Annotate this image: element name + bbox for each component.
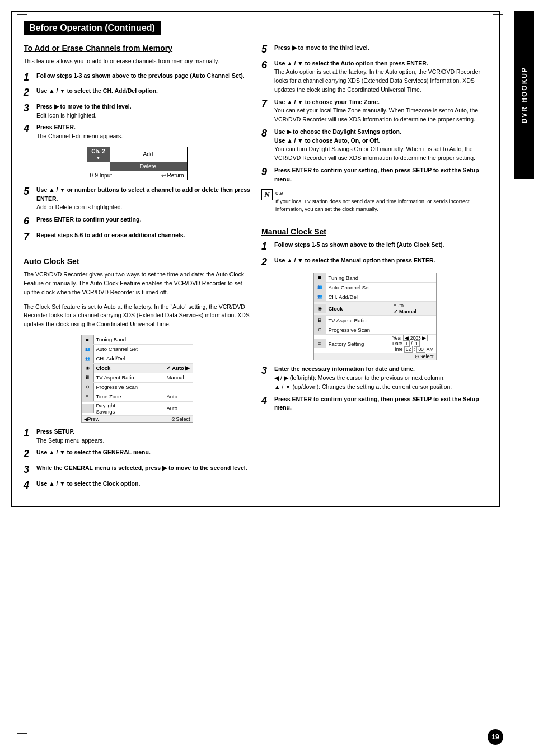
step-num-3: 3 [24,102,34,115]
mm-value-auto-ch [391,287,436,288]
label-tuning: Tuning Band [94,336,165,343]
mm-value-tuning [391,277,436,278]
mc-step-1-text: Follow steps 1-5 as shown above to the l… [274,241,444,250]
menu-row-delete: Delete [87,162,187,171]
mm-label-prog: Progressive Scan [326,326,391,334]
two-column-layout: To Add or Erase Channels from Memory Thi… [24,44,488,495]
ac-step-4-text: Use ▲ / ▼ to select the Clock option. [36,480,140,489]
icon-tz: ≡ [82,392,94,401]
step-1-add-erase: 1 Follow steps 1-3 as shown above to the… [24,72,250,84]
ac-step-num-4: 4 [24,480,34,492]
note-text: oteIf your local TV station does not sen… [275,189,488,213]
ac-step-2-text: Use ▲ / ▼ to select the GENERAL menu. [36,448,151,457]
sidebar-label: DVR HOOKUP [521,67,528,123]
mm-icon-tv: 🖥 [314,316,326,325]
mm-value-prog [391,329,436,330]
step-num-4: 4 [24,123,34,135]
mc-step-4: 4 Press ENTER to confirm your setting, t… [261,395,488,413]
rc-step-num-7: 7 [261,98,271,110]
label-clock: Clock [94,364,164,372]
mm-label-tuning: Tuning Band [326,274,391,281]
mc-step-4-text: Press ENTER to confirm your setting, the… [274,395,488,413]
mc-step-2: 2 Use ▲ / ▼ to select the Manual option … [261,256,488,269]
rc-step-5: 5 Press ▶ to move to the third level. [261,44,488,56]
step-7-add-erase: 7 Repeat steps 5-6 to add or erase addit… [24,231,250,243]
ac-step-3-text: While the GENERAL menu is selected, pres… [36,464,247,473]
rc-step-9-text: Press ENTER to confirm your setting, the… [274,166,488,184]
mm-label-auto-ch: Auto Channel Set [326,284,391,291]
manual-clock-menu: ■ Tuning Band 👥 Auto Channel Set 👥 CH. A… [313,273,437,360]
mc-step-num-2: 2 [261,256,271,269]
mm-value-factory: Year ◀ 2003 ▶ Date 1 / 1 Time 12 : 00 AM [390,335,436,353]
value-tz: Auto [165,393,193,400]
setup-row-tuning: ■ Tuning Band [82,335,193,345]
mm-label-factory: Factory Setting [326,340,390,348]
setup-row-clock: ◉ Clock ✓ Auto ▶ [82,364,193,373]
value-daylight: Auto [165,405,193,412]
ac-step-num-3: 3 [24,464,34,476]
note-box: N oteIf your local TV station does not s… [261,189,488,213]
rc-step-6-text: Use ▲ / ▼ to select the Auto option then… [274,59,488,95]
step-num-5a: 5 [24,186,34,198]
icon-ch-add: 👥 [82,354,94,363]
auto-clock-desc1: The VCR/DVD Recorder gives you two ways … [24,270,250,297]
mc-step-2-text: Use ▲ / ▼ to select the Manual option th… [274,256,435,265]
channel-edit-menu: Ch. 2▼ Add Delete 0-9 Input ↩ Return [87,147,188,180]
rc-step-5-text: Press ▶ to move to the third level. [274,44,369,53]
value-tv-aspect: Manual [165,374,193,381]
step-num-2: 2 [24,87,34,99]
mm-value-tv [391,320,436,321]
label-ch-add: CH. Add/Del [94,355,165,362]
setup-row-tv-aspect: 🖥 TV Aspect Ratio Manual [82,373,193,383]
step-num-1: 1 [24,72,34,84]
mm-icon-clock: ◉ [314,304,326,313]
setup-nav: ◀Prev. ⊙Select [82,416,193,422]
value-prog-scan [165,387,193,388]
mc-step-3: 3 Enter the necessary information for da… [261,365,488,391]
mc-step-num-3: 3 [261,365,271,377]
auto-clock-desc2: The Clock Set feature is set to Auto at … [24,303,250,329]
add-erase-section-title: To Add or Erase Channels from Memory [24,44,250,53]
step-4-text: Press ENTER. The Channel Edit menu appea… [36,123,123,141]
step-num-6a: 6 [24,215,34,228]
mm-row-tv: 🖥 TV Aspect Ratio [314,316,436,325]
manual-clock-title: Manual Clock Set [261,227,488,236]
setup-row-time-zone: ≡ Time Zone Auto [82,392,193,402]
mm-value-ch-add [391,296,436,297]
mc-step-3-text: Enter the necessary information for date… [274,365,452,391]
rc-step-num-9: 9 [261,166,271,179]
channel-cell: Ch. 2▼ [87,147,110,162]
mc-step-num-4: 4 [261,395,271,407]
step-1-text: Follow steps 1-3 as shown above to the p… [36,72,245,81]
page-title: Before Operation (Continued) [24,21,161,35]
return-cell: ↩ Return [137,171,187,180]
mm-label-ch-add: CH. Add/Del [326,293,391,300]
step-2-add-erase: 2 Use ▲ / ▼ to select the CH. Add/Del op… [24,87,250,99]
step-5-text: Use ▲ / ▼ or number buttons to select a … [36,186,250,212]
mm-icon-prog: ⊙ [314,325,326,334]
mm-nav: ⊙Select [314,353,436,360]
rc-step-9: 9 Press ENTER to confirm your setting, t… [261,166,488,184]
divider-1 [24,250,250,250]
rc-step-7-text: Use ▲ / ▼ to choose your Time Zone. You … [274,98,488,124]
menu-row-input: 0-9 Input ↩ Return [87,171,187,180]
delete-cell: Delete [110,162,187,171]
mm-row-clock: ◉ Clock Auto ✓ Manual [314,302,436,316]
step-3-text: Press ▶ to move to the third level. Edit… [36,102,132,120]
step-2-text: Use ▲ / ▼ to select the CH. Add/Del opti… [36,87,158,96]
add-cell: Add [110,150,187,158]
mm-row-prog: ⊙ Progressive Scan [314,325,436,335]
mm-icon-tuning: ■ [314,273,326,282]
main-content: Before Operation (Continued) To Add or E… [11,11,500,507]
mc-step-1: 1 Follow steps 1-5 as shown above to the… [261,241,488,253]
ac-step-1-text: Press SETUP. The Setup menu appears. [36,428,104,445]
ac-step-num-1: 1 [24,428,34,440]
rc-step-7: 7 Use ▲ / ▼ to choose your Time Zone. Yo… [261,98,488,124]
value-clock: ✓ Auto ▶ [164,364,193,372]
mm-icon-ch-add: 👥 [314,292,326,301]
icon-daylight [82,404,94,413]
ac-step-2: 2 Use ▲ / ▼ to select the GENERAL menu. [24,448,250,461]
icon-tv: 🖥 [82,373,94,382]
ac-step-4: 4 Use ▲ / ▼ to select the Clock option. [24,480,250,492]
step-num-7a: 7 [24,231,34,243]
